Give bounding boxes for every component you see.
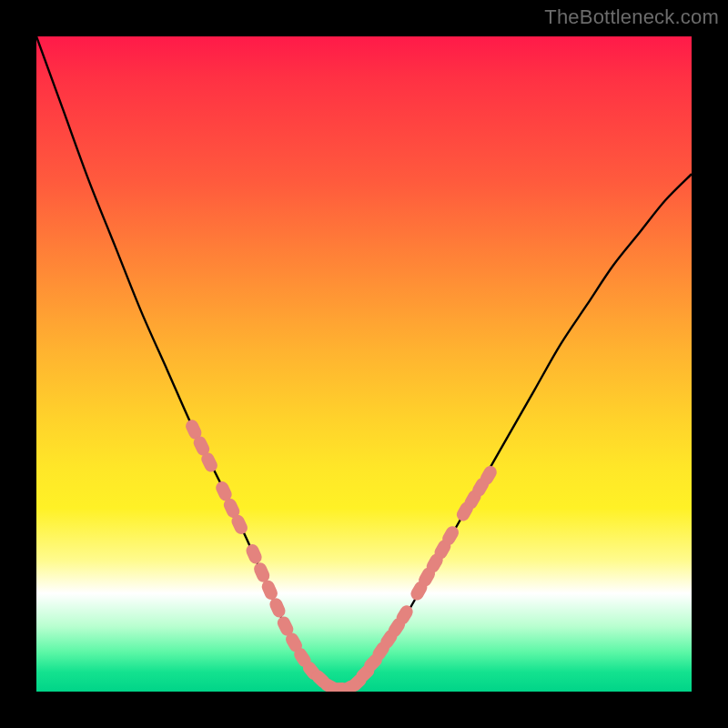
bottleneck-curve	[36, 36, 692, 689]
watermark-text: TheBottleneck.com	[544, 5, 719, 29]
chart-svg	[36, 36, 692, 692]
data-marker	[244, 542, 264, 566]
chart-frame: TheBottleneck.com	[0, 0, 728, 728]
data-markers	[184, 418, 500, 692]
plot-area	[36, 36, 692, 692]
